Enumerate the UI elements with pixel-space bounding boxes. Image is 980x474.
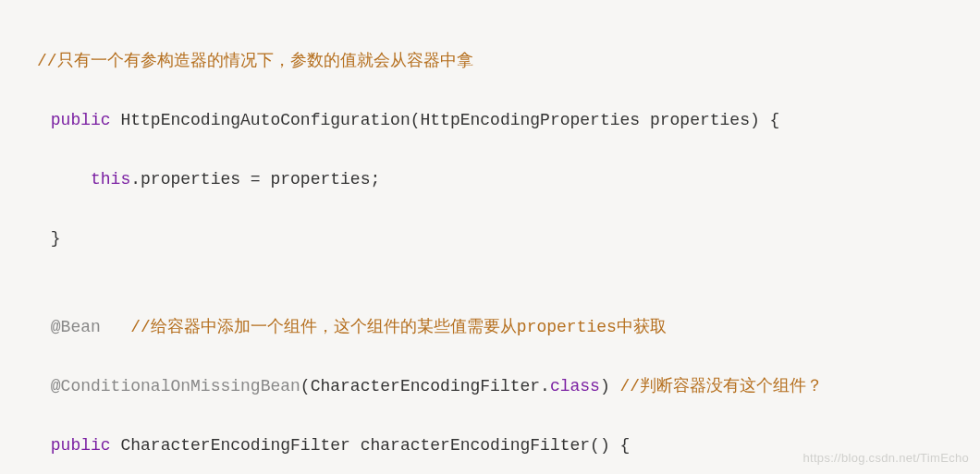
code-line: @ConditionalOnMissingBean(CharacterEncod…: [0, 371, 980, 401]
comment: //判断容器没有这个组件？: [620, 377, 824, 395]
annotation: @ConditionalOnMissingBean: [51, 377, 300, 395]
code-line: this.properties = properties;: [0, 164, 980, 194]
keyword: this: [91, 170, 130, 188]
code-line: public HttpEncodingAutoConfiguration(Htt…: [0, 105, 980, 135]
keyword: public: [51, 436, 111, 455]
code-line: //只有一个有参构造器的情况下，参数的值就会从容器中拿: [0, 46, 980, 76]
comment: //给容器中添加一个组件，这个组件的某些值需要从properties中获取: [130, 318, 667, 336]
annotation: @Bean: [51, 318, 101, 336]
keyword: class: [550, 377, 600, 395]
code-block: //只有一个有参构造器的情况下，参数的值就会从容器中拿 public HttpE…: [0, 0, 980, 474]
code-line: }: [0, 224, 980, 253]
keyword: public: [51, 111, 111, 129]
watermark: https://blog.csdn.net/TimEcho: [803, 451, 969, 465]
code-line: @Bean //给容器中添加一个组件，这个组件的某些值需要从properties…: [0, 312, 980, 342]
comment: //只有一个有参构造器的情况下，参数的值就会从容器中拿: [37, 52, 473, 70]
